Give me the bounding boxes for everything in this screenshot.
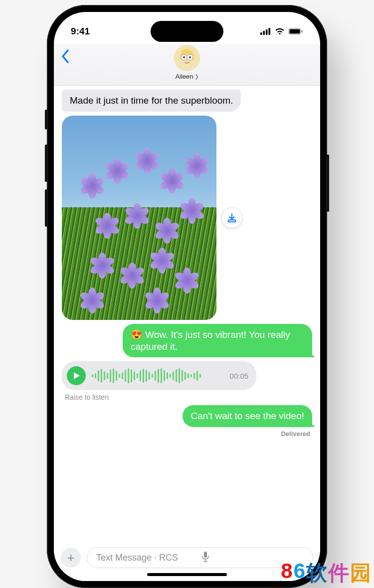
power-button — [327, 154, 329, 212]
delivered-status: Delivered — [62, 430, 310, 438]
volume-up — [45, 145, 47, 182]
chevron-right-icon: ❯ — [194, 73, 199, 80]
conversation-header: Aileen ❯ — [54, 44, 320, 86]
audio-duration: 00:05 — [229, 372, 248, 380]
message-out: Can't wait to see the video! — [62, 405, 312, 427]
iphone-frame: 9:41 — [47, 5, 327, 588]
dynamic-island — [151, 21, 223, 42]
play-button[interactable] — [67, 366, 86, 385]
message-placeholder: Text Message · RCS — [96, 553, 201, 563]
audio-message[interactable]: 00:05 — [62, 361, 256, 390]
svg-rect-6 — [302, 30, 303, 33]
battery-icon — [288, 28, 303, 35]
message-bubble[interactable]: 😍 Wow. It's just so vibrant! You really … — [123, 324, 312, 358]
message-input[interactable]: Text Message · RCS — [87, 547, 313, 568]
cellular-icon — [260, 28, 271, 35]
svg-rect-5 — [290, 29, 300, 34]
message-bubble[interactable]: Made it just in time for the superbloom. — [62, 90, 241, 112]
volume-down — [45, 189, 47, 227]
mute-switch — [45, 110, 47, 130]
svg-point-11 — [189, 56, 191, 58]
screen: 9:41 — [54, 12, 320, 581]
contact-name-row[interactable]: Aileen ❯ — [175, 73, 198, 80]
svg-rect-3 — [269, 28, 271, 35]
contact-avatar[interactable] — [174, 45, 200, 71]
back-button[interactable] — [61, 49, 70, 66]
svg-rect-12 — [228, 220, 236, 222]
home-indicator[interactable] — [147, 573, 227, 576]
conversation-scroll[interactable]: Made it just in time for the superbloom.… — [54, 86, 320, 541]
emoji-heart-eyes: 😍 — [131, 329, 143, 340]
raise-to-listen-hint: Raise to listen — [65, 393, 312, 401]
svg-rect-1 — [263, 31, 265, 35]
message-bubble[interactable]: Can't wait to see the video! — [183, 405, 312, 427]
watermark: 8 6 软 件 园 — [281, 559, 372, 587]
svg-point-10 — [183, 56, 185, 58]
add-attachment-button[interactable]: + — [61, 548, 81, 568]
wifi-icon — [275, 28, 285, 35]
message-in: Made it just in time for the superbloom. — [62, 90, 312, 112]
svg-rect-13 — [204, 552, 207, 558]
message-in-audio: 00:05 — [62, 361, 312, 390]
svg-rect-0 — [260, 32, 262, 35]
status-time: 9:41 — [71, 26, 90, 37]
message-in-photo — [62, 116, 312, 320]
message-out: 😍 Wow. It's just so vibrant! You really … — [62, 324, 312, 358]
download-button[interactable] — [221, 207, 242, 228]
audio-waveform — [92, 367, 223, 384]
svg-rect-2 — [266, 29, 268, 35]
photo-attachment[interactable] — [62, 116, 216, 320]
contact-name: Aileen — [175, 73, 193, 80]
